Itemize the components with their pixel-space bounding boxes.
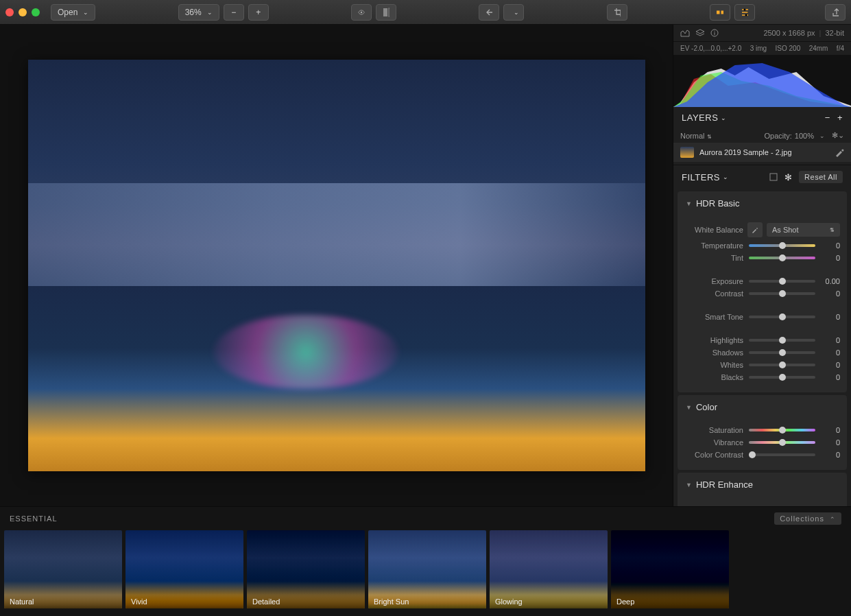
add-layer-button[interactable]: + [837,112,843,123]
whites-slider[interactable] [749,364,815,366]
opacity-value[interactable]: 100% [795,132,814,140]
highlights-slider[interactable] [749,339,815,342]
svg-point-0 [361,11,363,13]
contrast-slider[interactable] [749,292,815,295]
svg-rect-2 [389,8,389,16]
svg-rect-4 [717,11,719,14]
close-window-button[interactable] [5,8,14,16]
transform-icon[interactable] [769,173,778,181]
filters-panel-header[interactable]: FILTERS⌄ ✻ Reset All [673,165,851,189]
canvas-viewport[interactable] [0,25,673,506]
layers-icon[interactable] [695,29,705,37]
preset-item-natural[interactable]: Natural [4,530,122,608]
bit-depth: 32-bit [825,29,844,37]
vibrance-slider[interactable] [749,441,815,444]
exposure-slider[interactable] [749,280,815,283]
share-button[interactable] [825,4,846,21]
preset-item-deep[interactable]: Deep [611,530,729,608]
open-button[interactable]: Open ⌄ [51,4,95,21]
collections-dropdown[interactable]: Collections ⌃ [774,512,841,525]
layer-thumbnail [680,147,694,158]
vibrance-label: Vibrance [684,438,743,447]
hdr-basic-section: ▼ HDR Basic White Balance As Shot ⇅ Temp… [678,191,847,392]
color-contrast-value[interactable]: 0 [821,451,840,459]
hdr-enhance-header[interactable]: ▼ HDR Enhance [678,473,847,497]
preview-toggle-button[interactable] [351,4,372,21]
smart-tone-value[interactable]: 0 [821,313,840,321]
aperture-value: f/4 [837,45,844,52]
tint-slider[interactable] [749,257,815,259]
smart-tone-label: Smart Tone [684,313,743,321]
shadows-value[interactable]: 0 [821,348,840,357]
whites-value[interactable]: 0 [821,361,840,369]
blend-mode-dropdown[interactable]: Normal ⇅ [680,132,712,140]
presets-panel: ESSENTIAL Collections ⌃ Natural Vivid De… [0,506,851,616]
shadows-slider[interactable] [749,351,815,354]
zoom-controls: 36% ⌄ − + [178,4,269,21]
filter-settings-icon[interactable]: ✻ [784,172,793,182]
info-icon[interactable] [710,29,719,37]
presets-panel-toggle[interactable] [710,4,730,21]
preset-item-vivid[interactable]: Vivid [125,530,243,608]
exposure-value[interactable]: 0.00 [821,277,840,285]
image-count: 3 img [750,45,767,52]
crop-button[interactable] [607,4,627,21]
saturation-value[interactable]: 0 [821,426,840,434]
blacks-slider[interactable] [749,376,815,379]
window-controls [5,8,40,16]
open-label: Open [58,8,77,17]
preset-strip[interactable]: Natural Vivid Detailed Bright Sun Glowin… [0,530,851,608]
compare-button[interactable] [376,4,396,21]
zoom-out-button[interactable]: − [224,4,244,21]
temperature-slider[interactable] [749,244,815,247]
zoom-level-dropdown[interactable]: 36% ⌄ [178,4,219,21]
hdr-enhance-section: ▼ HDR Enhance HDR Clarity Amount0 HDR Sm… [678,473,847,506]
ev-range: EV -2.0,...0.0,...+2.0 [680,45,741,52]
smart-tone-slider[interactable] [749,316,815,318]
chevron-down-icon: ⌄ [207,9,213,16]
vibrance-value[interactable]: 0 [821,438,840,447]
white-balance-dropdown[interactable]: As Shot ⇅ [767,223,840,237]
highlights-value[interactable]: 0 [821,336,840,344]
presets-category: ESSENTIAL [10,514,58,523]
eyedropper-button[interactable] [747,222,763,237]
zoom-in-button[interactable]: + [248,4,269,21]
hdr-basic-header[interactable]: ▼ HDR Basic [678,191,847,215]
filters-panel-toggle[interactable] [734,4,755,21]
tint-label: Tint [684,254,743,262]
chevron-down-icon: ⌄ [514,9,519,16]
color-contrast-slider[interactable] [749,453,815,456]
saturation-slider[interactable] [749,429,815,431]
svg-rect-5 [721,11,723,14]
layers-panel-header[interactable]: LAYERS⌄ − + [673,107,851,128]
layer-item[interactable]: Aurora 2019 Sample - 2.jpg [673,143,851,162]
contrast-label: Contrast [684,289,743,298]
svg-point-7 [744,8,746,10]
reset-all-button[interactable]: Reset All [799,171,843,183]
preset-item-detailed[interactable]: Detailed [247,530,365,608]
svg-point-8 [748,11,749,13]
minimize-window-button[interactable] [19,8,27,16]
opacity-label: Opacity: [765,132,792,140]
undo-button[interactable] [479,4,499,21]
color-header[interactable]: ▼ Color [678,395,847,419]
color-section: ▼ Color Saturation0 Vibrance0 Color Cont… [678,395,847,470]
blacks-value[interactable]: 0 [821,373,840,381]
history-button[interactable]: ⌄ [503,4,524,21]
saturation-label: Saturation [684,426,743,434]
layer-name: Aurora 2019 Sample - 2.jpg [699,148,792,156]
chevron-down-icon: ⌄ [83,9,88,16]
preset-item-brightsun[interactable]: Bright Sun [368,530,486,608]
contrast-value[interactable]: 0 [821,289,840,298]
exposure-label: Exposure [684,277,743,285]
collapse-layer-button[interactable]: − [825,112,830,123]
tint-value[interactable]: 0 [821,254,840,262]
histogram [673,55,851,107]
layer-settings-icon[interactable]: ✻⌄ [832,131,844,140]
brush-mask-icon[interactable] [835,147,844,157]
maximize-window-button[interactable] [32,8,40,16]
temperature-label: Temperature [684,241,743,250]
preset-item-glowing[interactable]: Glowing [490,530,608,608]
temperature-value[interactable]: 0 [821,241,840,250]
histogram-icon[interactable] [680,29,690,37]
